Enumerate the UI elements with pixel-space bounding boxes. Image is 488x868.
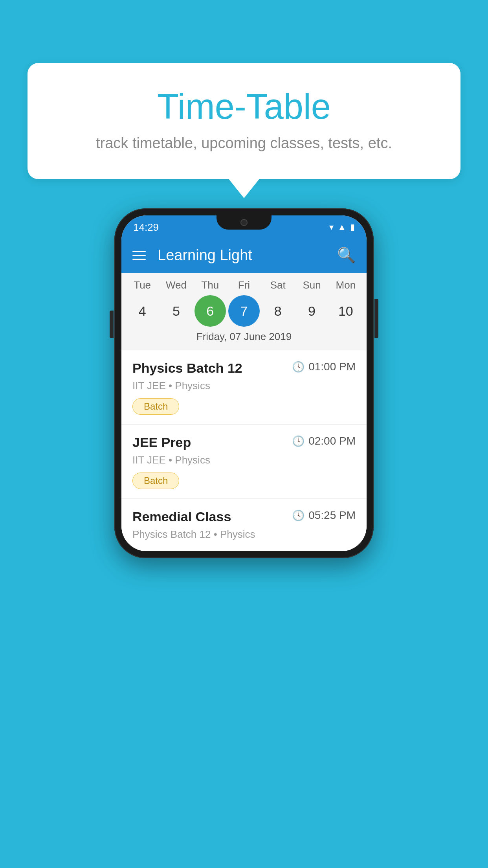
schedule-title-2: JEE Prep	[132, 435, 191, 450]
day-numbers-row: 4 5 6 7 8 9 10	[121, 295, 367, 327]
day-9[interactable]: 9	[296, 295, 328, 327]
schedule-time-3: 🕓 05:25 PM	[292, 509, 356, 522]
status-icons: ▾ ▲ ▮	[329, 222, 355, 232]
day-names-row: Tue Wed Thu Fri Sat Sun Mon	[121, 279, 367, 291]
day-name-fri: Fri	[228, 279, 260, 291]
phone-outer: 14:29 ▾ ▲ ▮ Learning Light 🔍	[114, 208, 374, 558]
selected-date-label: Friday, 07 June 2019	[121, 327, 367, 346]
day-10[interactable]: 10	[330, 295, 361, 327]
day-6-today[interactable]: 6	[194, 295, 226, 327]
schedule-item-3[interactable]: Remedial Class 🕓 05:25 PM Physics Batch …	[121, 499, 367, 551]
day-name-wed: Wed	[160, 279, 192, 291]
app-bar-title: Learning Light	[158, 247, 325, 264]
schedule-item-2[interactable]: JEE Prep 🕓 02:00 PM IIT JEE • Physics Ba…	[121, 425, 367, 499]
day-5[interactable]: 5	[160, 295, 192, 327]
speech-bubble: Time-Table track timetable, upcoming cla…	[28, 63, 460, 179]
calendar-strip: Tue Wed Thu Fri Sat Sun Mon 4 5 6 7 8 9 …	[121, 273, 367, 350]
schedule-header-3: Remedial Class 🕓 05:25 PM	[132, 509, 356, 524]
clock-icon-3: 🕓	[292, 509, 305, 522]
batch-tag-2: Batch	[132, 473, 179, 489]
signal-icon: ▲	[338, 222, 346, 232]
phone-mockup: 14:29 ▾ ▲ ▮ Learning Light 🔍	[114, 208, 374, 558]
clock-icon-1: 🕓	[292, 361, 305, 373]
schedule-time-2: 🕓 02:00 PM	[292, 435, 356, 447]
time-value-1: 01:00 PM	[308, 360, 356, 373]
schedule-title-3: Remedial Class	[132, 509, 231, 524]
bubble-subtitle: track timetable, upcoming classes, tests…	[59, 135, 429, 152]
schedule-title-1: Physics Batch 12	[132, 360, 242, 376]
hamburger-menu-button[interactable]	[132, 251, 146, 260]
notch	[216, 215, 272, 230]
day-8[interactable]: 8	[262, 295, 294, 327]
clock-icon-2: 🕓	[292, 435, 305, 447]
day-name-sat: Sat	[262, 279, 294, 291]
day-name-mon: Mon	[330, 279, 361, 291]
schedule-header-1: Physics Batch 12 🕓 01:00 PM	[132, 360, 356, 376]
schedule-meta-1: IIT JEE • Physics	[132, 380, 356, 392]
bubble-title: Time-Table	[59, 86, 429, 127]
day-name-thu: Thu	[194, 279, 226, 291]
battery-icon: ▮	[350, 222, 355, 232]
day-name-tue: Tue	[127, 279, 158, 291]
time-value-3: 05:25 PM	[308, 509, 356, 522]
day-4[interactable]: 4	[127, 295, 158, 327]
day-name-sun: Sun	[296, 279, 328, 291]
schedule-header-2: JEE Prep 🕓 02:00 PM	[132, 435, 356, 450]
schedule-item-1[interactable]: Physics Batch 12 🕓 01:00 PM IIT JEE • Ph…	[121, 350, 367, 425]
search-icon[interactable]: 🔍	[337, 246, 356, 264]
camera	[240, 219, 248, 226]
status-time: 14:29	[133, 221, 159, 234]
phone-screen: 14:29 ▾ ▲ ▮ Learning Light 🔍	[121, 215, 367, 551]
schedule-time-1: 🕓 01:00 PM	[292, 360, 356, 373]
wifi-icon: ▾	[329, 222, 334, 232]
schedule-meta-3: Physics Batch 12 • Physics	[132, 528, 356, 541]
schedule-meta-2: IIT JEE • Physics	[132, 454, 356, 466]
speech-bubble-section: Time-Table track timetable, upcoming cla…	[28, 63, 460, 179]
time-value-2: 02:00 PM	[308, 435, 356, 447]
app-bar: Learning Light 🔍	[121, 237, 367, 273]
day-7-selected[interactable]: 7	[228, 295, 260, 327]
batch-tag-1: Batch	[132, 398, 179, 415]
